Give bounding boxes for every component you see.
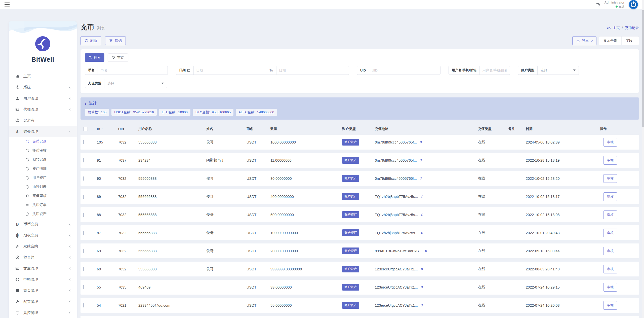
row-checkbox[interactable]: [83, 249, 84, 253]
cell-amount: 30.00000000: [270, 176, 342, 181]
sidebar-subitem-充值审核[interactable]: 充值审核: [9, 191, 77, 200]
sidebar-item-财务管理[interactable]: $财务管理: [9, 126, 77, 137]
audit-button[interactable]: 审核: [603, 210, 617, 219]
chevron-left-icon: [69, 86, 72, 88]
circle-icon: [25, 167, 29, 170]
audit-button[interactable]: 审核: [603, 247, 617, 255]
cell-address: 123erceUfgccACYJaTx1...: [375, 285, 478, 289]
sidebar-subitem-法币订单[interactable]: 法币订单: [9, 200, 77, 209]
user-avatar[interactable]: [629, 0, 638, 9]
row-checkbox[interactable]: [83, 231, 84, 235]
account-type-badge: 账户资产: [342, 302, 359, 309]
row-checkbox[interactable]: [83, 285, 84, 289]
fields-dropdown-button[interactable]: 字段: [621, 37, 639, 45]
bars-icon: [15, 289, 19, 293]
sidebar-subitem-资产明细[interactable]: 资产明细: [9, 164, 77, 173]
brand-name: BitWell: [9, 56, 77, 63]
sidebar-item-代理管理[interactable]: 代理管理: [9, 104, 77, 115]
column-header-ID[interactable]: ID ↑: [97, 127, 118, 131]
cell-id: 55: [97, 285, 118, 289]
row-checkbox[interactable]: [83, 195, 84, 199]
audit-button[interactable]: 审核: [603, 265, 617, 273]
coin-name-input[interactable]: [98, 66, 168, 75]
audit-button[interactable]: 审核: [603, 229, 617, 237]
table-row: 1057032555666888俊哥USDT1000.00000000账户资产0…: [80, 135, 639, 150]
audit-button[interactable]: 审核: [603, 301, 617, 310]
sidebar-subitem-充币记录[interactable]: 充币记录: [9, 137, 77, 146]
row-checkbox[interactable]: [83, 158, 84, 162]
cell-date: 2024-05-06 18:02:39: [526, 140, 600, 144]
sidebar-subitem-用户资产[interactable]: 用户资产: [9, 173, 77, 182]
row-checkbox[interactable]: [83, 213, 84, 217]
sidebar-item-秒合约[interactable]: 秒合约: [9, 252, 77, 263]
sidebar-item-风控管理[interactable]: 风控管理: [9, 307, 77, 318]
export-button[interactable]: 导出: [572, 36, 596, 45]
audit-button[interactable]: 审核: [603, 192, 617, 201]
page-scrollbar[interactable]: [642, 0, 644, 318]
show-all-button[interactable]: 显示全部: [599, 37, 621, 45]
sidebar-item-币币交易[interactable]: B币币交易: [9, 219, 77, 230]
statistics-title: i 统计: [85, 101, 634, 106]
row-checkbox[interactable]: [83, 303, 84, 307]
coin-name-label: 币名: [85, 66, 98, 75]
column-header-数量: 数量: [270, 127, 342, 131]
deposit-type-select[interactable]: 选择: [104, 79, 167, 88]
reset-button[interactable]: 重置: [108, 53, 128, 62]
table-row: 877032555666888俊哥USDT10000.00000000账户资产T…: [80, 225, 639, 240]
row-checkbox[interactable]: [83, 267, 84, 271]
cell-account-type: 账户资产: [342, 211, 375, 218]
account-type-select[interactable]: 选择: [538, 66, 579, 75]
sidebar-item-首页管理[interactable]: 首页管理: [9, 285, 77, 296]
breadcrumb-home-link[interactable]: 主页: [613, 26, 620, 30]
table-row: 907032555666888俊哥USDT30.00000000账户资产0m79…: [80, 171, 639, 186]
table-row-partial: [80, 316, 639, 318]
sidebar-item-永续合约[interactable]: 永续合约: [9, 241, 77, 252]
sidebar-item-配置管理[interactable]: 配置管理: [9, 296, 77, 307]
filter-button[interactable]: 筛选: [105, 36, 126, 45]
hamburger-menu-icon[interactable]: [5, 3, 10, 7]
audit-button[interactable]: 审核: [603, 283, 617, 292]
cell-id: 90: [97, 176, 118, 181]
cell-id: 69: [97, 249, 118, 253]
sidebar-item-渠道商[interactable]: 渠道商: [9, 115, 77, 126]
account-type-label: 账户类型: [518, 66, 538, 75]
audit-button[interactable]: 审核: [603, 156, 617, 165]
refresh-button[interactable]: 刷新: [80, 36, 101, 45]
date-from-input[interactable]: [194, 66, 266, 75]
sidebar-item-文章管理[interactable]: 文章管理: [9, 263, 77, 274]
row-checkbox[interactable]: [83, 140, 84, 144]
double-chevron-down-icon: [420, 231, 424, 235]
sidebar-item-用户管理[interactable]: 用户管理: [9, 93, 77, 104]
sidebar-item-主页[interactable]: 主页: [9, 70, 77, 82]
row-checkbox[interactable]: [83, 176, 84, 181]
dark-mode-moon-icon[interactable]: [596, 2, 600, 7]
list-lines-icon: [25, 203, 29, 207]
select-all-checkbox[interactable]: [83, 127, 88, 131]
cell-address: 899AuTBFJWo1Rx1aoBxS...: [375, 249, 478, 253]
search-button[interactable]: 搜索: [85, 53, 104, 62]
table-header: ID ↑UID用户名称姓名币名数量账户类型充值地址充值类型备注日期操作: [80, 123, 639, 135]
date-to-input[interactable]: [276, 66, 349, 75]
cell-username: 555666888: [138, 140, 206, 144]
cell-account-type: 账户资产: [342, 229, 375, 236]
audit-button[interactable]: 审核: [603, 138, 617, 147]
cell-coin: USDT: [247, 176, 270, 181]
sidebar-subitem-提币审核[interactable]: 提币审核: [9, 146, 77, 155]
sidebar-item-系统[interactable]: 系统: [9, 82, 77, 93]
deposit-type-label: 充值类型: [85, 79, 104, 88]
sidebar-subitem-法币资产[interactable]: 法币资产: [9, 209, 77, 219]
breadcrumb-current[interactable]: 充币记录: [625, 26, 639, 30]
sidebar-subitem-划转记录[interactable]: 划转记录: [9, 155, 77, 164]
uid-input[interactable]: [369, 66, 440, 75]
cell-deposit-type: 在线: [478, 140, 508, 145]
cell-date: 2022-10-02 15:13:08: [526, 213, 600, 217]
user-input[interactable]: [480, 66, 510, 75]
scrollbar-thumb[interactable]: [642, 10, 644, 127]
sidebar-item-申购管理[interactable]: 申购管理: [9, 274, 77, 285]
sidebar-item-期权交易[interactable]: B期权交易: [9, 230, 77, 241]
cell-address: TQ1zh2bj8apbT75Avz5s...: [375, 195, 478, 199]
sidebar-subitem-币种列表[interactable]: 币种列表: [9, 182, 77, 191]
search-panel: 搜索 重置 币名 日期 To UID: [80, 49, 639, 93]
audit-button[interactable]: 审核: [603, 174, 617, 183]
select-caret-icon: [162, 83, 164, 84]
